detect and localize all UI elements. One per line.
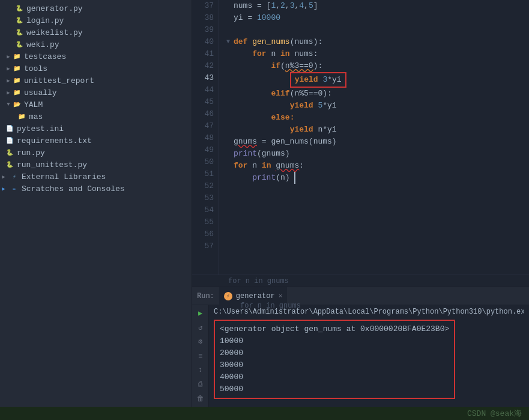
code-content[interactable]: nums = [1,2,3,4,5] yi = 10000 ▼ def gen_… xyxy=(219,0,529,275)
sidebar: 🐍 generator.py 🐍 login.py 🐍 weikelist.py… xyxy=(0,0,192,407)
code-line-55 xyxy=(226,220,529,232)
run-fold-button[interactable]: ≡ xyxy=(195,350,207,362)
sidebar-item-weki-py[interactable]: 🐍 weki.py xyxy=(0,38,192,50)
sidebar-item-requirements-txt[interactable]: 📄 requirements.txt xyxy=(0,135,192,147)
arrow-icon: ▶ xyxy=(5,53,12,60)
csdn-watermark: CSDN @seak海 xyxy=(467,408,522,419)
run-output: C:\Users\Administrator\AppData\Local\Pro… xyxy=(209,305,529,407)
sidebar-item-weikelist-py[interactable]: 🐍 weikelist.py xyxy=(0,26,192,38)
code-line-48: gnums = gen_nums(nums) xyxy=(226,136,529,148)
code-line-52 xyxy=(226,184,529,196)
sidebar-item-testcases[interactable]: ▶ 📁 testcases xyxy=(0,50,192,62)
run-tab-close[interactable]: × xyxy=(279,293,283,300)
code-line-54 xyxy=(226,208,529,220)
run-print-button[interactable]: ⎙ xyxy=(195,379,207,391)
footer-hint-bar: for n in gnums xyxy=(192,275,529,287)
python-file-icon: 🐍 xyxy=(14,40,24,49)
sidebar-item-label: tools xyxy=(24,64,47,73)
sidebar-item-label: run_unittest.py xyxy=(17,160,87,169)
sidebar-item-external-libraries[interactable]: ▶ ⚡ External Libraries xyxy=(0,171,192,183)
sidebar-item-label: YALM xyxy=(24,100,43,109)
output-line-3: 30000 xyxy=(220,359,449,371)
sidebar-item-run-py[interactable]: 🐍 run.py xyxy=(0,147,192,159)
sidebar-tree: 🐍 generator.py 🐍 login.py 🐍 weikelist.py… xyxy=(0,0,192,407)
run-content-area: ▶ ↺ ⚙ ≡ ↕ ⎙ 🗑 C:\Users\Administrator\App… xyxy=(192,305,529,407)
sidebar-item-label: pytest.ini xyxy=(17,124,64,133)
folder-icon: 📁 xyxy=(12,88,22,97)
sidebar-item-label: testcases xyxy=(24,52,66,61)
run-trash-button[interactable]: 🗑 xyxy=(195,392,207,404)
code-line-46: else: xyxy=(226,112,529,124)
bottom-bar: CSDN @seak海 xyxy=(0,407,529,420)
run-tab-name: generator xyxy=(236,292,275,300)
sidebar-item-label: unittest_report xyxy=(24,76,94,85)
folder-icon: 📁 xyxy=(17,112,26,121)
sidebar-item-label: weikelist.py xyxy=(26,28,83,37)
arrow-icon: ▼ xyxy=(5,101,12,108)
arrow-icon: ▶ xyxy=(5,65,12,72)
code-line-57 xyxy=(226,244,529,256)
run-settings-button[interactable]: ⚙ xyxy=(195,336,207,348)
sidebar-item-label: External Libraries xyxy=(22,172,106,181)
output-box: <generator object gen_nums at 0x0000020B… xyxy=(214,320,455,399)
code-line-40: ▼ def gen_nums(nums): xyxy=(226,36,529,48)
python-file-icon: 🐍 xyxy=(5,148,14,157)
generator-icon: ⚡ xyxy=(224,292,232,300)
arrow-icon: ▶ xyxy=(5,89,12,96)
sidebar-item-mas[interactable]: 📁 mas xyxy=(0,111,192,123)
run-play-button[interactable]: ▶ xyxy=(195,308,207,320)
output-line-2: 20000 xyxy=(220,347,449,359)
sidebar-item-unittest-report[interactable]: ▶ 📁 unittest_report xyxy=(0,75,192,87)
code-line-49: print(gnums) xyxy=(226,148,529,160)
editor-area: 37 38 39 40 41 42 43 44 45 46 47 48 49 5… xyxy=(192,0,529,407)
arrow-icon: ▶ xyxy=(0,185,7,192)
code-line-37: nums = [1,2,3,4,5] xyxy=(226,0,529,12)
sidebar-item-label: usually xyxy=(24,88,57,97)
sidebar-item-tools[interactable]: ▶ 📁 tools xyxy=(0,62,192,75)
code-view: 37 38 39 40 41 42 43 44 45 46 47 48 49 5… xyxy=(192,0,529,275)
output-line-1: 10000 xyxy=(220,335,449,347)
code-line-42: if(n%3==0): xyxy=(226,60,529,72)
code-line-45: yield 5*yi xyxy=(226,100,529,112)
code-line-53 xyxy=(226,196,529,208)
code-line-50: for n in gnums: xyxy=(226,160,529,172)
sidebar-item-label: Scratches and Consoles xyxy=(22,184,125,193)
sidebar-item-login-py[interactable]: 🐍 login.py xyxy=(0,14,192,26)
run-toolbar: ▶ ↺ ⚙ ≡ ↕ ⎙ 🗑 xyxy=(192,305,209,407)
run-label: Run: xyxy=(192,292,219,300)
txt-file-icon: 📄 xyxy=(5,136,14,145)
code-line-51: print(n) xyxy=(226,172,529,184)
sidebar-item-pytest-ini[interactable]: 📄 pytest.ini xyxy=(0,123,192,135)
sidebar-item-generator-py[interactable]: 🐍 generator.py xyxy=(0,2,192,14)
python-file-icon: 🐍 xyxy=(5,160,14,169)
sidebar-item-YALM[interactable]: ▼ 📂 YALM xyxy=(0,99,192,111)
run-scroll-button[interactable]: ↕ xyxy=(195,364,207,376)
output-line-5: 50000 xyxy=(220,383,449,395)
sidebar-item-label: run.py xyxy=(17,148,45,157)
output-line-0: <generator object gen_nums at 0x0000020B… xyxy=(220,323,449,335)
code-line-43: yield 3*yi xyxy=(226,72,529,88)
scratch-icon: ✏️ xyxy=(10,184,19,193)
python-file-icon: 🐍 xyxy=(14,28,24,37)
line-numbers: 37 38 39 40 41 42 43 44 45 46 47 48 49 5… xyxy=(192,0,219,275)
run-rerun-button[interactable]: ↺ xyxy=(195,322,207,334)
code-line-41: for n in nums: xyxy=(226,48,529,60)
sidebar-item-run-unittest-py[interactable]: 🐍 run_unittest.py xyxy=(0,159,192,171)
python-file-icon: 🐍 xyxy=(14,4,24,13)
sidebar-item-label: login.py xyxy=(26,16,64,25)
arrow-icon: ▶ xyxy=(0,173,7,180)
sidebar-item-label: generator.py xyxy=(26,4,83,13)
ini-file-icon: 📄 xyxy=(5,124,14,133)
sidebar-item-label: weki.py xyxy=(26,40,59,49)
sidebar-item-scratches[interactable]: ▶ ✏️ Scratches and Consoles xyxy=(0,183,192,195)
folder-icon: 📁 xyxy=(12,64,22,73)
sidebar-item-usually[interactable]: ▶ 📁 usually xyxy=(0,87,192,99)
main-area: 🐍 generator.py 🐍 login.py 🐍 weikelist.py… xyxy=(0,0,529,407)
code-line-38: yi = 10000 xyxy=(226,12,529,24)
folder-open-icon: 📂 xyxy=(12,100,22,109)
python-file-icon: 🐍 xyxy=(14,16,24,25)
folder-icon: 📁 xyxy=(12,52,22,61)
folder-icon: 📁 xyxy=(12,76,22,85)
output-line-4: 40000 xyxy=(220,371,449,383)
sidebar-item-label: mas xyxy=(29,112,43,121)
